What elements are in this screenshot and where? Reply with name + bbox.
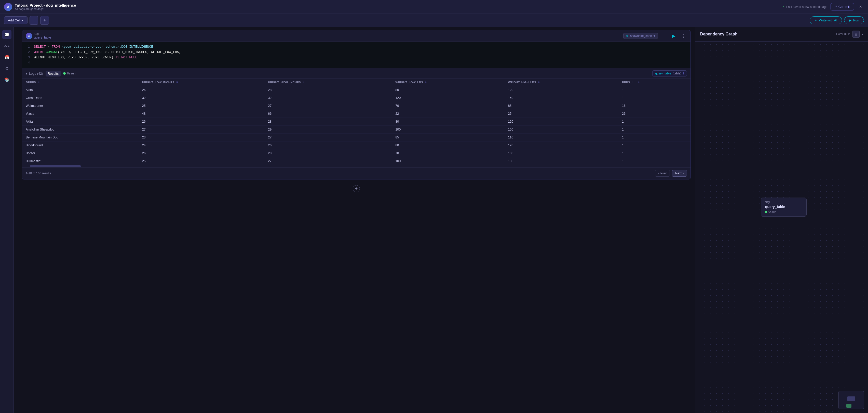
table-header: BREED ⇅ HEIGHT_LOW_INCHES ⇅ HEIGHT_HIGH_… (22, 79, 690, 86)
add-cell-button[interactable]: Add Cell ▾ (4, 16, 28, 24)
graph-area: SQL query_table 6s run (695, 41, 868, 413)
grid-icon: ⊞ (855, 32, 858, 36)
library-icon: 📚 (4, 77, 9, 82)
variable-icon: + (663, 34, 665, 38)
table-row: Borzoi2628701001 (22, 149, 690, 157)
move-up-button[interactable]: ↑ (30, 16, 38, 25)
table-row: Akita2628801201 (22, 86, 690, 94)
code-line-3: 3 WEIGHT_HIGH_LBS, REPS_UPPER, REPS_LOWE… (26, 55, 687, 60)
add-variable-button[interactable]: + (660, 32, 668, 39)
cell-menu-button[interactable]: ⋮ (680, 32, 687, 39)
code-icon: </> (4, 44, 10, 48)
cell-header-right: ❄ snowflake_conn ▾ + ▶ ⋮ (623, 32, 687, 39)
commit-icon: ⑂ (835, 5, 837, 9)
project-subtitle: All dogs are good dogs! (15, 7, 76, 10)
graph-node-query-table[interactable]: SQL query_table 6s run (761, 198, 807, 217)
chat-icon: 💬 (4, 32, 9, 37)
table-row: Vizsla4866222526 (22, 110, 690, 118)
prev-page-button[interactable]: ‹ Prev (655, 170, 670, 177)
right-panel: Dependency Graph LAYOUT: ⊞ › SQL query_t… (695, 27, 868, 413)
cell-type: SQL (34, 33, 51, 35)
project-info: Tutorial Project - dog_intelligence All … (15, 3, 76, 10)
cell-wrapper: A SQL query_table ❄ snowflake_conn ▾ (14, 27, 695, 195)
toolbar: Add Cell ▾ ↑ + ✦ Write with AI ▶ Run (0, 14, 868, 27)
col-weight-low[interactable]: WEIGHT_LOW_LBS ⇅ (392, 79, 504, 86)
sidebar-item-code[interactable]: </> (2, 41, 11, 51)
prev-icon: ‹ (658, 172, 659, 175)
sidebar-item-settings[interactable]: ⚙ (2, 64, 11, 73)
results-section: ▾ Logs (42) Results 6s run qu (22, 68, 690, 179)
top-nav: A Tutorial Project - dog_intelligence Al… (0, 0, 868, 14)
graph-node-badge: 6s run (765, 210, 802, 213)
col-breed[interactable]: BREED ⇅ (22, 79, 138, 86)
more-icon: ⋮ (681, 34, 685, 38)
run-button[interactable]: ▶ Run (844, 16, 864, 24)
pagination: 1-10 of 140 results ‹ Prev Next › (22, 167, 690, 179)
gear-icon: ⚙ (5, 66, 9, 71)
ai-sparkle-icon: ✦ (814, 18, 817, 22)
table-row: Anatolian Sheepdog27291001501 (22, 126, 690, 134)
arrow-up-icon: ↑ (33, 18, 35, 23)
close-button[interactable]: × (857, 3, 864, 10)
add-cell-circle-button[interactable]: + (353, 185, 360, 192)
saved-text: Last saved a few seconds ago (786, 5, 827, 9)
horizontal-scrollbar[interactable] (22, 165, 690, 167)
col-reps[interactable]: REPS_L... ⇅ (618, 79, 690, 86)
right-panel-header: Dependency Graph LAYOUT: ⊞ › (695, 27, 868, 41)
connection-selector[interactable]: ❄ snowflake_conn ▾ (623, 33, 658, 39)
result-type-badge: query_table (table) ℹ (652, 70, 687, 77)
col-weight-high[interactable]: WEIGHT_HIGH_LBS ⇅ (504, 79, 618, 86)
sql-cell: A SQL query_table ❄ snowflake_conn ▾ (22, 30, 691, 179)
layout-arrow-button[interactable]: › (862, 32, 863, 36)
run-play-icon: ▶ (849, 18, 851, 22)
app-logo: A (4, 3, 12, 11)
next-page-button[interactable]: Next › (672, 170, 687, 177)
cell-name: query_table (34, 35, 51, 39)
content-area: A SQL query_table ❄ snowflake_conn ▾ (14, 27, 695, 413)
code-editor[interactable]: 1 SELECT * FROM <your_database>.<your_sc… (22, 42, 690, 68)
run-badge: 6s run (63, 71, 75, 75)
sidebar-item-schedule[interactable]: 📅 (2, 53, 11, 62)
sidebar-item-chat[interactable]: 💬 (2, 30, 11, 39)
graph-node-type: SQL (765, 201, 802, 204)
chevron-down-icon: ▾ (26, 71, 28, 76)
minimap-node (847, 396, 855, 401)
right-panel-title: Dependency Graph (700, 32, 836, 36)
logs-toggle[interactable]: ▾ Logs (42) (26, 71, 43, 76)
table-row: Akita2628801201 (22, 118, 690, 126)
col-height-low[interactable]: HEIGHT_LOW_INCHES ⇅ (138, 79, 265, 86)
info-icon: ℹ (683, 71, 684, 75)
run-cell-icon: ▶ (672, 33, 676, 39)
table-body: Akita2628801201Great Dane32321201601Weim… (22, 86, 690, 165)
saved-indicator: ✓ Last saved a few seconds ago (782, 5, 827, 9)
cell-header: A SQL query_table ❄ snowflake_conn ▾ (22, 30, 690, 42)
commit-button[interactable]: ⑂ Commit (831, 3, 854, 10)
project-title: Tutorial Project - dog_intelligence (15, 3, 76, 7)
data-table-container: BREED ⇅ HEIGHT_LOW_INCHES ⇅ HEIGHT_HIGH_… (22, 79, 690, 165)
results-tab[interactable]: Results (45, 70, 61, 77)
run-dot (63, 72, 66, 75)
calendar-icon: 📅 (4, 55, 9, 60)
connection-chevron-icon: ▾ (654, 34, 655, 38)
plus-icon: + (43, 18, 45, 23)
write-ai-button[interactable]: ✦ Write with AI (810, 16, 842, 24)
logs-label: Logs (42) (29, 71, 43, 76)
code-line-2: 2 WHERE CONCAT(BREED, HEIGHT_LOW_INCHES,… (26, 50, 687, 55)
layout-grid-button[interactable]: ⊞ (852, 31, 860, 38)
graph-node-status-dot (765, 211, 767, 213)
sidebar-item-library[interactable]: 📚 (2, 75, 11, 84)
snowflake-icon: ❄ (626, 34, 628, 38)
add-cell-area: + (18, 182, 695, 195)
add-below-button[interactable]: + (40, 16, 49, 25)
result-name: query_table (655, 71, 671, 75)
cell-logo: A (26, 33, 32, 39)
graph-node-name: query_table (765, 205, 802, 209)
col-height-high[interactable]: HEIGHT_HIGH_INCHES ⇅ (265, 79, 392, 86)
table-row: Bernese Mountain Dog2327851101 (22, 134, 690, 142)
minimap[interactable] (838, 391, 864, 409)
run-time: 6s run (67, 71, 75, 75)
result-type: (table) (673, 71, 681, 75)
run-cell-button[interactable]: ▶ (670, 32, 677, 39)
code-line-4: 4 (26, 60, 687, 65)
scrollbar-thumb (30, 165, 81, 167)
